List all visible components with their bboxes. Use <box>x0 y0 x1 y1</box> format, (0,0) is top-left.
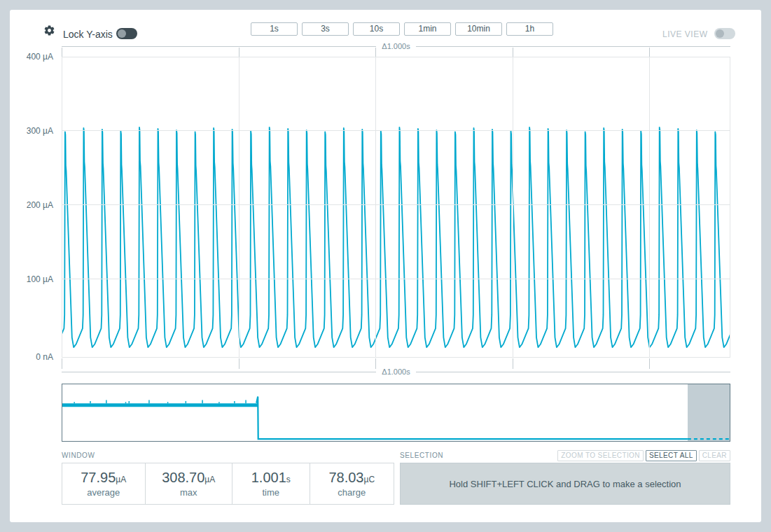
stat-time-caption: time <box>262 487 279 498</box>
v-gridline <box>239 57 239 357</box>
stat-max-unit: µA <box>204 475 215 484</box>
ruler-tick <box>62 358 62 369</box>
range-button-3s[interactable]: 3s <box>302 22 349 36</box>
lock-y-axis-toggle[interactable] <box>116 28 137 39</box>
settings-gear-icon[interactable] <box>43 24 55 36</box>
ruler-tick <box>513 48 513 57</box>
v-gridline <box>730 57 730 357</box>
h-gridline <box>62 204 730 205</box>
range-button-1h[interactable]: 1h <box>506 22 553 36</box>
ruler-line <box>416 46 730 47</box>
stat-average-caption: average <box>87 487 120 498</box>
selection-hint-text: Hold SHIFT+LEFT CLICK and DRAG to make a… <box>449 479 681 489</box>
clear-selection-button[interactable]: CLEAR <box>699 450 730 461</box>
y-tick-200uA: 200 µA <box>10 200 53 210</box>
v-gridline <box>513 57 513 357</box>
toggle-knob <box>118 29 126 38</box>
time-range-buttons: 1s 3s 10s 1min 10min 1h <box>251 22 553 36</box>
stat-time-unit: s <box>286 475 291 484</box>
range-button-1min[interactable]: 1min <box>404 22 451 36</box>
overview-minimap[interactable] <box>62 384 730 442</box>
ruler-line <box>62 372 376 372</box>
h-gridline <box>62 279 730 279</box>
range-button-10s[interactable]: 10s <box>353 22 400 36</box>
range-button-10min[interactable]: 10min <box>455 22 502 36</box>
h-gridline <box>62 130 730 131</box>
stat-time-value: 1.001 <box>251 470 286 485</box>
zoom-to-selection-button[interactable]: ZOOM TO SELECTION <box>557 450 644 461</box>
y-tick-400uA: 400 µA <box>10 52 53 62</box>
y-tick-300uA: 300 µA <box>10 126 53 136</box>
v-gridline <box>62 57 62 357</box>
time-delta-ruler-bottom: Δ1.000s <box>62 368 730 376</box>
stat-max-value: 308.70 <box>162 470 204 485</box>
stat-time: 1.001s time <box>232 463 310 504</box>
stat-charge-value: 78.03 <box>328 470 363 485</box>
ruler-tick <box>649 48 650 57</box>
time-delta-ruler-top: Δ1.000s <box>62 42 730 50</box>
selection-buttons: ZOOM TO SELECTION SELECT ALL CLEAR <box>557 450 730 461</box>
ruler-tick <box>375 358 376 369</box>
minimap-waveform <box>62 384 730 441</box>
ruler-line <box>416 372 730 372</box>
stat-average: 77.95µA average <box>62 463 146 504</box>
stat-charge-unit: µC <box>363 475 375 484</box>
selection-section-label: SELECTION <box>400 451 443 459</box>
stat-max: 308.70µA max <box>146 463 232 504</box>
ruler-tick <box>239 48 239 57</box>
ruler-line <box>62 46 376 47</box>
select-all-button[interactable]: SELECT ALL <box>646 450 697 461</box>
time-delta-label-top: Δ1.000s <box>382 42 410 50</box>
stat-charge-caption: charge <box>338 487 366 498</box>
ruler-tick <box>649 358 650 369</box>
v-gridline <box>649 57 650 357</box>
main-waveform <box>62 57 730 357</box>
v-gridline <box>375 57 376 357</box>
ruler-tick <box>375 48 376 57</box>
y-tick-100uA: 100 µA <box>10 274 53 284</box>
app-card: Lock Y-axis 1s 3s 10s 1min 10min 1h LIVE… <box>10 10 761 522</box>
y-tick-0nA: 0 nA <box>10 352 53 362</box>
live-view-label: LIVE VIEW <box>662 29 708 39</box>
ruler-tick <box>513 358 513 369</box>
stat-charge: 78.03µC charge <box>310 463 394 504</box>
selection-hint-box: Hold SHIFT+LEFT CLICK and DRAG to make a… <box>400 463 730 505</box>
lock-y-axis-label: Lock Y-axis <box>63 29 113 40</box>
range-button-1s[interactable]: 1s <box>251 22 298 36</box>
time-delta-label-bottom: Δ1.000s <box>382 368 410 376</box>
main-chart-plot-area[interactable] <box>62 57 730 357</box>
toggle-knob <box>716 29 724 38</box>
stat-max-caption: max <box>180 487 197 498</box>
ruler-tick <box>62 48 62 57</box>
stat-average-value: 77.95 <box>81 470 116 485</box>
h-gridline <box>62 57 730 57</box>
stat-average-unit: µA <box>116 475 126 484</box>
window-section-label: WINDOW <box>62 451 95 459</box>
live-view-toggle[interactable] <box>714 28 735 39</box>
window-stats-box: 77.95µA average 308.70µA max 1.001s time… <box>62 463 394 505</box>
h-gridline <box>62 357 730 358</box>
ruler-tick <box>239 358 239 369</box>
